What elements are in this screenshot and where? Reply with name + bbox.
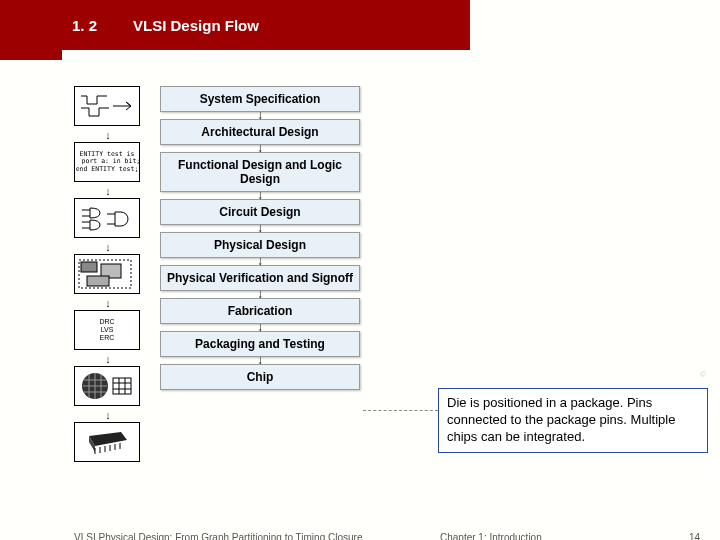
flow-step-functional-logic: Functional Design and Logic Design <box>160 152 360 192</box>
verification-checks-icon: DRC LVS ERC <box>74 310 140 350</box>
copyright-mark: © <box>700 370 706 379</box>
svg-rect-2 <box>87 276 109 286</box>
drc-label: DRC <box>99 318 114 326</box>
icon-column: ↓ ENTITY test is port a: in bit; end ENT… <box>74 86 142 472</box>
callout-connector-line <box>363 410 438 411</box>
flow-column: System Specification ↓ Architectural Des… <box>160 86 360 390</box>
footer-center: Chapter 1: Introduction <box>440 532 542 540</box>
entity-code-text: ENTITY test is port a: in bit; end ENTIT… <box>74 151 141 172</box>
down-arrow-icon: ↓ <box>74 130 142 140</box>
down-arrow-icon: ↓ <box>74 354 142 364</box>
slide-title: VLSI Design Flow <box>133 17 259 34</box>
chip-package-icon <box>74 422 140 462</box>
down-arrow-icon: ↓ <box>74 242 142 252</box>
erc-label: ERC <box>100 334 115 342</box>
lvs-label: LVS <box>101 326 114 334</box>
system-spec-icon <box>74 86 140 126</box>
callout-box: Die is positioned in a package. Pins con… <box>438 388 708 453</box>
callout-text: Die is positioned in a package. Pins con… <box>447 395 675 444</box>
wafer-icon <box>74 366 140 406</box>
svg-rect-0 <box>81 262 97 272</box>
gate-schematic-icon <box>74 198 140 238</box>
flow-step-chip: Chip <box>160 364 360 390</box>
footer-page-number: 14 <box>689 532 700 540</box>
slide-header: 1. 2 VLSI Design Flow <box>0 0 470 50</box>
svg-rect-11 <box>113 378 131 394</box>
hdl-code-icon: ENTITY test is port a: in bit; end ENTIT… <box>74 142 140 182</box>
down-arrow-icon: ↓ <box>74 186 142 196</box>
section-number: 1. 2 <box>72 17 97 34</box>
layout-blocks-icon <box>74 254 140 294</box>
down-arrow-icon: ↓ <box>74 298 142 308</box>
footer-left: VLSI Physical Design: From Graph Partiti… <box>74 532 362 540</box>
down-arrow-icon: ↓ <box>74 410 142 420</box>
